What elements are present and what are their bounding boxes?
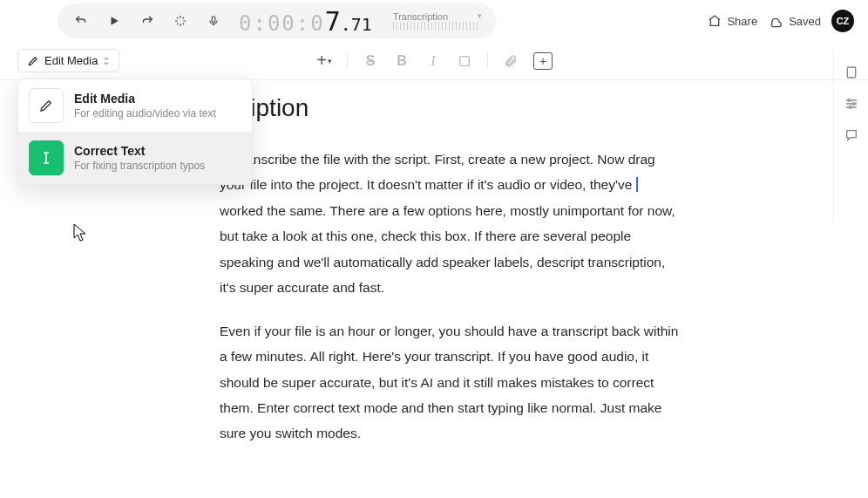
dropdown-item-edit-media[interactable]: Edit Media For editing audio/video via t… (18, 79, 252, 132)
transcript-paragraph[interactable]: To transcribe the file with the script. … (220, 147, 680, 301)
transcription-progress[interactable]: Transcription ▾ (393, 11, 480, 31)
transport-controls: 0:00:07.71 Transcription ▾ (58, 3, 496, 38)
speaker-label[interactable]: Unknown speaker (105, 147, 199, 464)
add-button[interactable]: +▾ (315, 52, 333, 70)
page-title[interactable]: scription (218, 94, 680, 122)
transcription-label: Transcription (393, 11, 448, 22)
play-icon[interactable] (106, 13, 122, 29)
svg-rect-1 (460, 56, 470, 65)
bold-icon[interactable]: B (393, 52, 410, 70)
dropdown-item-sub: For fixing transcription typos (74, 160, 205, 172)
attachment-icon[interactable] (502, 52, 519, 70)
formatting-toolbar: Edit Media +▾ S B I + (0, 42, 868, 80)
text-cursor-icon (29, 140, 64, 175)
edit-media-label: Edit Media (44, 54, 98, 67)
avatar[interactable]: CZ (831, 10, 854, 32)
svg-point-5 (849, 106, 851, 109)
comment-icon[interactable] (844, 127, 859, 143)
svg-rect-2 (847, 67, 855, 78)
edit-media-dropdown-button[interactable]: Edit Media (17, 49, 119, 72)
mic-icon[interactable] (206, 13, 221, 29)
saved-status[interactable]: Saved (768, 14, 821, 28)
timecode-seconds: 7 (325, 6, 341, 37)
separator (487, 53, 488, 69)
avatar-initials: CZ (837, 16, 850, 26)
timecode-cents: .71 (341, 14, 372, 35)
strikethrough-icon[interactable]: S (362, 52, 379, 70)
text-cursor (636, 177, 638, 192)
page-icon[interactable] (844, 65, 859, 80)
chevron-down-icon: ▾ (478, 11, 482, 20)
redo-icon[interactable] (139, 13, 155, 29)
dropdown-item-title: Edit Media (74, 92, 216, 106)
svg-point-3 (848, 99, 851, 102)
highlight-icon[interactable] (456, 52, 473, 70)
separator (347, 53, 348, 69)
undo-icon[interactable] (73, 13, 89, 29)
timecode-prefix: 0:00:0 (239, 11, 325, 36)
italic-icon[interactable]: I (424, 52, 442, 70)
svg-point-4 (852, 103, 855, 106)
sparkle-icon[interactable] (173, 13, 188, 29)
chevron-updown-icon (103, 56, 110, 66)
dropdown-item-correct-text[interactable]: Correct Text For fixing transcription ty… (18, 132, 252, 184)
right-rail (833, 49, 868, 223)
sliders-icon[interactable] (844, 96, 859, 112)
top-bar: 0:00:07.71 Transcription ▾ Share Saved C… (0, 0, 868, 42)
timecode: 0:00:07.71 (239, 6, 372, 37)
pencil-icon (29, 88, 64, 123)
edit-mode-dropdown: Edit Media For editing audio/video via t… (17, 78, 253, 185)
add-comment-button[interactable]: + (533, 52, 553, 70)
dropdown-item-title: Correct Text (74, 144, 205, 158)
svg-rect-0 (212, 17, 215, 23)
saved-label: Saved (789, 15, 821, 28)
share-label: Share (727, 15, 757, 28)
dropdown-item-sub: For editing audio/video via text (74, 107, 216, 119)
progress-ticks (393, 22, 480, 31)
share-button[interactable]: Share (708, 14, 757, 28)
transcript-paragraph[interactable]: Even if your file is an hour or longer, … (220, 318, 680, 447)
